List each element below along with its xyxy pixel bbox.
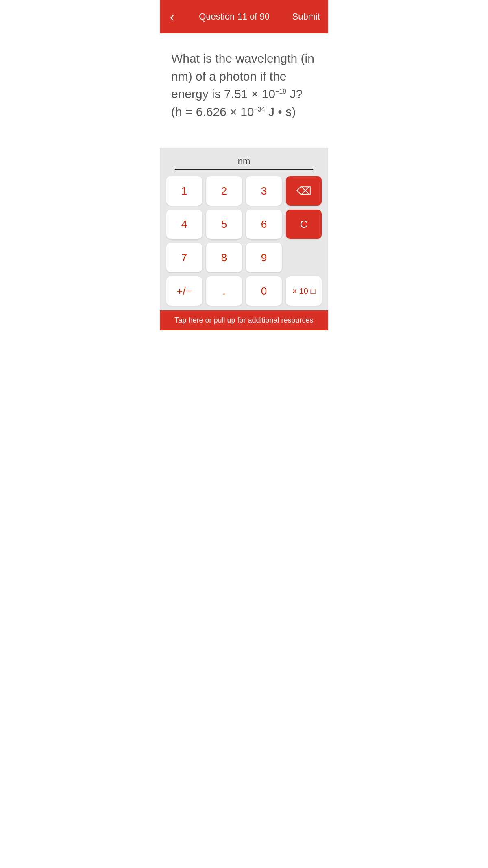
key-2[interactable]: 2: [206, 176, 242, 206]
backspace-icon: ⌫: [296, 185, 312, 197]
key-empty-placeholder: [286, 243, 322, 272]
input-display: nm: [166, 156, 322, 170]
key-3[interactable]: 3: [246, 176, 282, 206]
question-counter: Question 11 of 90: [199, 11, 270, 22]
calculator-area: nm 1 2 3 ⌫ 4 5 6 C 7 8 9 +/− . 0 × 10 □: [160, 148, 328, 310]
key-7[interactable]: 7: [166, 243, 202, 272]
submit-button[interactable]: Submit: [292, 11, 320, 22]
question-area: What is the wavelength (in nm) of a phot…: [160, 33, 328, 148]
key-sign[interactable]: +/−: [166, 276, 202, 306]
key-x10[interactable]: × 10 □: [286, 276, 322, 306]
question-text: What is the wavelength (in nm) of a phot…: [171, 50, 317, 120]
key-8[interactable]: 8: [206, 243, 242, 272]
key-backspace[interactable]: ⌫: [286, 176, 322, 206]
key-6[interactable]: 6: [246, 210, 282, 239]
key-5[interactable]: 5: [206, 210, 242, 239]
key-0[interactable]: 0: [246, 276, 282, 306]
bottom-bar-label: Tap here or pull up for additional resou…: [174, 316, 313, 324]
input-underline: [175, 169, 313, 170]
key-4[interactable]: 4: [166, 210, 202, 239]
back-button[interactable]: ‹: [168, 8, 176, 25]
key-decimal[interactable]: .: [206, 276, 242, 306]
bottom-bar[interactable]: Tap here or pull up for additional resou…: [160, 310, 328, 330]
keypad: 1 2 3 ⌫ 4 5 6 C 7 8 9 +/− . 0 × 10 □: [166, 176, 322, 306]
unit-label: nm: [238, 156, 251, 166]
key-1[interactable]: 1: [166, 176, 202, 206]
key-9[interactable]: 9: [246, 243, 282, 272]
key-clear[interactable]: C: [286, 210, 322, 239]
header: ‹ Question 11 of 90 Submit: [160, 0, 328, 33]
